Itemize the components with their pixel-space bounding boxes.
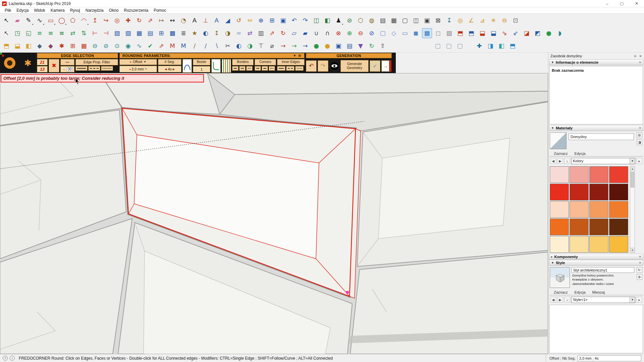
arrow-blue-icon[interactable]: → — [300, 41, 310, 51]
help-icon[interactable]: ? — [3, 356, 8, 361]
select-secondary-icon[interactable]: ↖ — [1, 28, 11, 38]
dimension-tool-icon[interactable]: ↔ — [167, 15, 177, 25]
distribute-horizontal-icon[interactable]: ⇄ — [68, 28, 78, 38]
inner-style-3-icon[interactable] — [295, 66, 304, 71]
fredocorner-settings-gear-icon[interactable]: ✱ — [20, 53, 36, 73]
menu-item[interactable]: Narzędzia — [83, 8, 106, 13]
color-swatch[interactable] — [589, 236, 608, 253]
offset-edit-icon[interactable]: ✎ — [145, 67, 148, 71]
paint-details-icon[interactable]: ◨ — [637, 139, 642, 145]
xray-mode-icon[interactable]: ▢ — [378, 28, 388, 38]
create-material-button[interactable]: ⊞ — [637, 132, 642, 138]
fredocorner-logo-icon[interactable] — [1, 53, 19, 73]
fog-icon[interactable]: ≈ — [234, 28, 244, 38]
rotate-tool-icon[interactable]: ↻ — [134, 15, 144, 25]
gradient-fill-icon[interactable]: ▥ — [256, 28, 266, 38]
intersect-faces-icon[interactable]: ⊗ — [333, 28, 343, 38]
menu-item[interactable]: Rysuj — [67, 8, 83, 13]
clear-selection-button[interactable]: ✖ — [49, 59, 59, 72]
cube-teal-icon[interactable]: ◧ — [496, 41, 506, 51]
components-header[interactable]: ▸ Komponenty ✕ — [549, 254, 643, 260]
viewport-canvas[interactable] — [0, 73, 548, 354]
arrow-green-icon[interactable]: → — [289, 41, 299, 51]
segments-value[interactable]: 4s — [168, 67, 172, 71]
offset-label[interactable]: Offset — [133, 60, 142, 64]
color-swatch[interactable] — [589, 184, 608, 200]
shell-faces-icon[interactable]: ◪ — [522, 28, 532, 38]
color-swatch[interactable] — [570, 219, 589, 235]
no-entry-icon[interactable]: ⊘ — [344, 15, 355, 25]
forward-arrow-icon[interactable]: ▶ — [557, 158, 563, 164]
hatch-reverse-icon[interactable]: ▧ — [123, 28, 133, 38]
menu-item[interactable]: Okno — [106, 8, 121, 13]
color-swatch[interactable] — [550, 184, 569, 200]
swatch-scrollbar[interactable]: ▲ ▼ — [630, 166, 635, 253]
materials-tab[interactable]: Edycja — [571, 150, 589, 156]
borders-style-1-icon[interactable] — [232, 66, 238, 71]
extend-edges-icon[interactable]: ⊢ — [90, 28, 100, 38]
hidden-line-mode-icon[interactable]: ▭ — [400, 28, 410, 38]
wireframe-mode-icon[interactable]: ◇ — [389, 28, 399, 38]
dropdown-caret-icon[interactable]: ▾ — [87, 23, 89, 26]
color-swatch[interactable] — [609, 166, 628, 183]
bevel-profile-icon[interactable]: ∕ — [190, 41, 200, 51]
validate-button[interactable]: ✔ — [370, 60, 380, 72]
entity-info-header[interactable]: ▼ Informacje o elemencie ✕ — [549, 59, 643, 65]
shaded-mode-icon[interactable]: ◼ — [411, 28, 421, 38]
purple-drop-icon[interactable]: ▼ — [356, 41, 366, 51]
color-swatch[interactable] — [609, 219, 628, 235]
eraser-tool-icon[interactable]: ▰ — [12, 15, 22, 25]
bezier-degree-value[interactable]: 1 — [193, 66, 210, 72]
grid-fine-icon[interactable]: ▦ — [134, 28, 144, 38]
subtract-solid-icon[interactable]: ⊖ — [356, 28, 366, 38]
camera-height-icon[interactable]: ↕ — [212, 28, 222, 38]
corner-bottom-left-icon[interactable]: ◱ — [23, 28, 34, 38]
color-swatch[interactable] — [609, 201, 628, 218]
corner-top-left-icon[interactable]: ◳ — [12, 28, 22, 38]
profile-fwd-icon[interactable]: ∕ — [201, 41, 211, 51]
close-panel-icon[interactable]: ✕ — [639, 255, 641, 258]
circle-tool-icon[interactable]: ◯ ▾ — [57, 15, 67, 25]
person-scale-icon[interactable]: ♟ ▾ — [333, 15, 343, 25]
mirror-red-icon[interactable]: M — [167, 41, 177, 51]
menu-item[interactable]: Edycja — [14, 8, 31, 13]
push-face-blue-icon[interactable]: ⬒ — [466, 28, 476, 38]
project-grid-icon[interactable]: ▩ — [167, 28, 177, 38]
normal-extrude-icon[interactable]: ⇙ — [511, 28, 521, 38]
segmentation-preview-icon[interactable] — [222, 59, 231, 73]
arc-tool-icon[interactable]: ◠ ▾ — [79, 15, 89, 25]
globe-west-icon[interactable]: ◐ — [234, 41, 244, 51]
star-tool-icon[interactable]: ✳ — [488, 15, 498, 25]
dropdown-caret-icon[interactable]: ▾ — [65, 23, 66, 26]
style-list-area[interactable] — [549, 305, 643, 353]
pin-tray-icon[interactable]: ✛ — [634, 54, 636, 58]
align-top-icon[interactable]: ≡ — [35, 28, 45, 38]
oval-dot-icon[interactable]: ⊙ — [112, 41, 122, 51]
oval-teal-icon[interactable]: ⊖ — [90, 41, 100, 51]
flatten-grid-icon[interactable]: ⊞ — [156, 28, 166, 38]
close-panel-icon[interactable]: ✕ — [639, 61, 641, 64]
edge-prop-filter-button[interactable]: Edge Prop. Filter — [75, 59, 118, 65]
detail-menu-icon[interactable]: ▸ — [636, 297, 642, 303]
borders-button[interactable]: Borders — [232, 59, 254, 65]
grid-rows-icon[interactable]: ▤ — [145, 28, 155, 38]
trim-edges-icon[interactable]: ⊣ — [101, 28, 111, 38]
text-tool-icon[interactable]: A — [190, 15, 200, 25]
offset-faces-icon[interactable]: ◩ — [533, 28, 543, 38]
angle-threshold-value[interactable]: 30 — [67, 67, 72, 71]
tile[interactable] — [207, 73, 548, 95]
3d-text-tool-icon[interactable]: A — [212, 15, 222, 25]
pale-doc-copy-icon[interactable]: ▢ — [444, 41, 454, 51]
restore-button[interactable]: ▢ — [614, 0, 629, 7]
angle-tool-icon[interactable]: ∠ — [466, 15, 476, 25]
freehand-tool-icon[interactable]: ∿ ▾ — [35, 15, 45, 25]
section-collapse-icon[interactable]: ▼ ⊞ — [293, 54, 302, 57]
arrow-up-right-icon[interactable]: ⇗ — [267, 28, 277, 38]
color-swatch[interactable] — [609, 236, 628, 253]
dotted-edge-filter-icon[interactable] — [101, 66, 113, 71]
viewport[interactable] — [0, 73, 548, 354]
orbit-tool-icon[interactable]: ↺ — [234, 15, 244, 25]
grid-red-icon[interactable]: ▦ — [79, 41, 89, 51]
stamp-copy-icon[interactable]: ▰ — [300, 28, 310, 38]
scroll-down-icon[interactable]: ▼ — [630, 248, 635, 252]
